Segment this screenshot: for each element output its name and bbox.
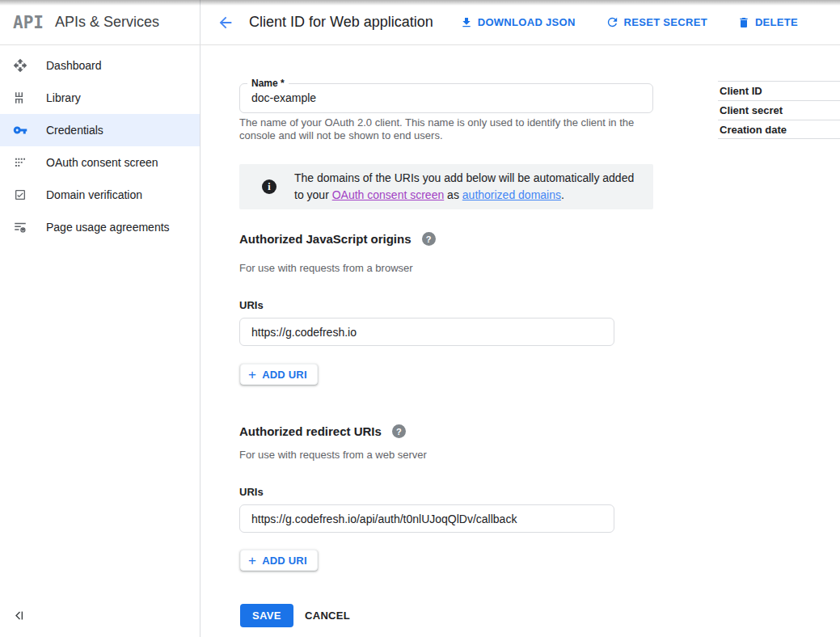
delete-label: DELETE	[755, 16, 798, 28]
sidebar-item-library[interactable]: Library	[0, 82, 200, 114]
help-icon[interactable]: ?	[392, 424, 406, 438]
help-icon[interactable]: ?	[422, 232, 436, 246]
summary-row-client-id: Client ID	[718, 81, 840, 100]
banner-text-after: .	[561, 188, 564, 201]
app-header: API APIs & Services Client ID for Web ap…	[0, 0, 840, 45]
origin-uri-value: https://g.codefresh.io	[251, 326, 357, 339]
sidebar-item-label: Library	[46, 91, 81, 104]
name-field-label: Name *	[247, 78, 289, 89]
info-banner: i The domains of the URIs you add below …	[239, 164, 653, 209]
banner-text-middle: as	[444, 188, 462, 201]
sidebar-item-label: Dashboard	[46, 59, 102, 72]
reset-secret-button[interactable]: RESET SECRET	[606, 15, 707, 29]
summary-row-creation-date: Creation date	[718, 120, 840, 139]
origins-section-heading: Authorized JavaScript origins ?	[239, 232, 436, 246]
authorized-domains-link[interactable]: authorized domains	[462, 188, 561, 201]
reset-secret-label: RESET SECRET	[624, 16, 707, 28]
consent-list-icon	[13, 155, 27, 170]
redirects-heading-text: Authorized redirect URIs	[239, 424, 382, 438]
origins-uris-label: URIs	[239, 299, 264, 311]
key-icon	[13, 123, 27, 137]
summary-label: Creation date	[718, 124, 787, 136]
download-json-label: DOWNLOAD JSON	[478, 16, 576, 28]
plus-icon: +	[248, 368, 256, 382]
summary-row-client-secret: Client secret	[718, 100, 840, 120]
sidebar-item-label: Page usage agreements	[46, 221, 170, 234]
origins-heading-text: Authorized JavaScript origins	[239, 232, 412, 246]
sidebar-item-domain-verification[interactable]: Domain verification	[0, 179, 200, 211]
library-icon	[13, 91, 27, 105]
summary-label: Client secret	[718, 104, 783, 116]
sidebar-item-label: Domain verification	[46, 188, 142, 201]
add-origin-uri-button[interactable]: + ADD URI	[240, 364, 318, 385]
api-logo: API	[13, 13, 44, 32]
summary-label: Client ID	[718, 85, 762, 97]
client-id-edit-page: API APIs & Services Client ID for Web ap…	[0, 0, 840, 637]
redirect-uri-value: https://g.codefresh.io/api/auth/t0nlUJoq…	[251, 513, 517, 525]
collapse-sidebar-icon	[13, 609, 27, 622]
header-actions: DOWNLOAD JSON RESET SECRET DELETE	[460, 15, 840, 29]
dashboard-icon	[13, 58, 27, 73]
name-field-value: doc-example	[251, 91, 316, 104]
save-button[interactable]: SAVE	[240, 604, 293, 627]
delete-button[interactable]: DELETE	[737, 16, 798, 29]
oauth-consent-screen-link[interactable]: OAuth consent screen	[332, 188, 445, 201]
back-button[interactable]	[213, 11, 238, 35]
client-summary-panel: Client ID Client secret Creation date	[718, 81, 840, 139]
origin-uri-input[interactable]: https://g.codefresh.io	[239, 318, 614, 346]
checkbox-icon	[13, 188, 27, 202]
info-icon: i	[262, 179, 276, 194]
download-json-button[interactable]: DOWNLOAD JSON	[460, 16, 576, 29]
sidebar-item-label: OAuth consent screen	[46, 156, 158, 169]
sidebar-item-label: Credentials	[46, 124, 103, 137]
refresh-icon	[606, 15, 619, 29]
list-gear-icon	[13, 220, 27, 234]
redirects-section-heading: Authorized redirect URIs ?	[239, 424, 406, 438]
delete-icon	[737, 16, 750, 29]
back-arrow-icon	[217, 14, 234, 32]
cancel-button[interactable]: CANCEL	[305, 604, 350, 627]
add-redirect-uri-button[interactable]: + ADD URI	[240, 550, 318, 571]
sidebar-item-oauth-consent-screen[interactable]: OAuth consent screen	[0, 146, 200, 179]
origins-description: For use with requests from a browser	[239, 262, 413, 274]
name-helper-text: The name of your OAuth 2.0 client. This …	[239, 116, 653, 142]
collapse-sidebar-button[interactable]	[11, 607, 28, 626]
sidebar-item-page-usage-agreements[interactable]: Page usage agreements	[0, 211, 200, 243]
redirects-description: For use with requests from a web server	[239, 449, 427, 461]
sidebar-item-credentials[interactable]: Credentials	[0, 114, 200, 146]
redirects-uris-label: URIs	[239, 486, 264, 498]
sidebar-nav: Dashboard Library Credentials OAuth cons…	[0, 45, 201, 637]
plus-icon: +	[248, 554, 256, 567]
product-header: API APIs & Services	[0, 0, 201, 44]
add-uri-label: ADD URI	[262, 555, 307, 567]
page-header: Client ID for Web application DOWNLOAD J…	[201, 0, 840, 44]
add-uri-label: ADD URI	[262, 369, 307, 381]
redirect-uri-input[interactable]: https://g.codefresh.io/api/auth/t0nlUJoq…	[239, 504, 614, 533]
name-field[interactable]: Name * doc-example	[239, 83, 653, 113]
sidebar-item-dashboard[interactable]: Dashboard	[0, 49, 200, 82]
product-name[interactable]: APIs & Services	[55, 14, 159, 31]
info-banner-text: The domains of the URIs you add below wi…	[294, 170, 642, 204]
download-icon	[460, 16, 473, 29]
page-title: Client ID for Web application	[249, 14, 433, 31]
